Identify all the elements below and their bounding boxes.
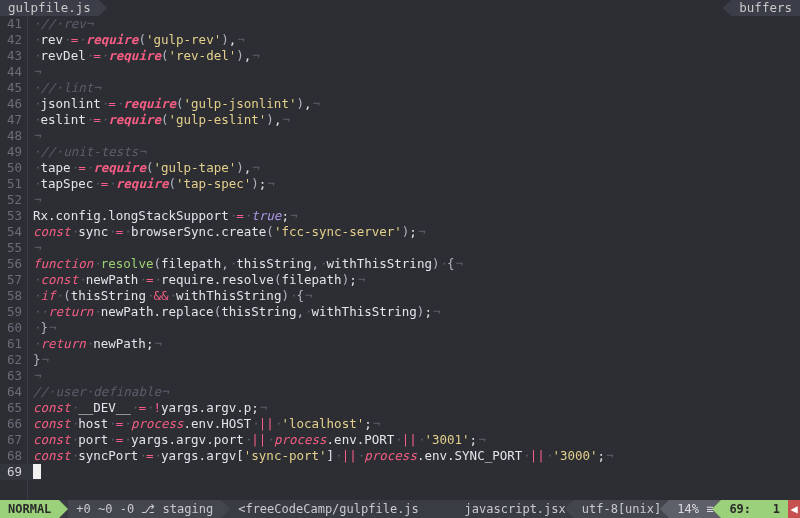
code-line[interactable]: 65const·__DEV__·=·!yargs.argv.p;¬ (0, 400, 800, 416)
code-line[interactable]: 57·const·newPath·=·require.resolve(filep… (0, 272, 800, 288)
line-content: ·rev·=·require('gulp-rev'),¬ (27, 32, 244, 48)
line-number: 51 (0, 176, 27, 192)
line-content: const·sync·=·browserSync.create('fcc-syn… (27, 224, 424, 240)
code-line[interactable]: 59··return·newPath.replace(thisString,·w… (0, 304, 800, 320)
line-number: 59 (0, 304, 27, 320)
code-line[interactable]: 42·rev·=·require('gulp-rev'),¬ (0, 32, 800, 48)
line-content: const·host·=·process.env.HOST·||·'localh… (27, 416, 379, 432)
lines-icon: ≡ (699, 501, 713, 517)
line-number: 48 (0, 128, 27, 144)
git-stats: +0 ~0 -0 (76, 501, 134, 517)
line-content: ·return·newPath;¬ (27, 336, 161, 352)
line-number: 69: (729, 501, 751, 517)
code-line[interactable]: 53Rx.config.longStackSupport·=·true;¬ (0, 208, 800, 224)
line-number: 49 (0, 144, 27, 160)
code-line[interactable]: 62}¬ (0, 352, 800, 368)
line-number: 65 (0, 400, 27, 416)
line-content: ·//·rev¬ (27, 16, 93, 32)
error-indicator[interactable]: ◀ (788, 500, 800, 518)
line-number: 41 (0, 16, 27, 32)
line-content: ·eslint·=·require('gulp-eslint'),¬ (27, 112, 289, 128)
line-number: 66 (0, 416, 27, 432)
tab-label: buffers (739, 0, 792, 16)
line-content: ·tape·=·require('gulp-tape'),¬ (27, 160, 259, 176)
code-line[interactable]: 47·eslint·=·require('gulp-eslint'),¬ (0, 112, 800, 128)
line-content: ·revDel·=·require('rev-del'),¬ (27, 48, 259, 64)
code-line[interactable]: 41·//·rev¬ (0, 16, 800, 32)
code-line[interactable]: 48¬ (0, 128, 800, 144)
line-number: 53 (0, 208, 27, 224)
line-number: 43 (0, 48, 27, 64)
code-line[interactable]: 69 (0, 464, 800, 480)
code-line[interactable]: 64//·user·definable¬ (0, 384, 800, 400)
code-line[interactable]: 54const·sync·=·browserSync.create('fcc-s… (0, 224, 800, 240)
line-number: 56 (0, 256, 27, 272)
line-number: 46 (0, 96, 27, 112)
position-segment: 69: 1 (721, 500, 788, 518)
line-number: 54 (0, 224, 27, 240)
tab-current-file[interactable]: gulpfile.js (0, 0, 99, 16)
line-content: const·syncPort·=·yargs.argv['sync-port']… (27, 448, 613, 464)
line-content: ¬ (27, 64, 41, 80)
encoding-segment: utf-8[unix] (574, 500, 669, 518)
status-spacer (427, 500, 457, 518)
line-content: ¬ (27, 240, 41, 256)
line-content: ·if·(thisString·&&·withThisString)·{¬ (27, 288, 312, 304)
code-area[interactable]: 41·//·rev¬42·rev·=·require('gulp-rev'),¬… (0, 16, 800, 500)
line-number: 45 (0, 80, 27, 96)
git-segment: +0 ~0 -0 ⎇ staging (68, 500, 221, 518)
line-number: 55 (0, 240, 27, 256)
line-number: 58 (0, 288, 27, 304)
line-number: 61 (0, 336, 27, 352)
line-number: 50 (0, 160, 27, 176)
line-content (27, 464, 41, 480)
line-number: 47 (0, 112, 27, 128)
code-line[interactable]: 66const·host·=·process.env.HOST·||·'loca… (0, 416, 800, 432)
code-line[interactable]: 50·tape·=·require('gulp-tape'),¬ (0, 160, 800, 176)
line-content: ¬ (27, 368, 41, 384)
line-number: 42 (0, 32, 27, 48)
code-line[interactable]: 58·if·(thisString·&&·withThisString)·{¬ (0, 288, 800, 304)
line-content: //·user·definable¬ (27, 384, 169, 400)
line-content: const·__DEV__·=·!yargs.argv.p;¬ (27, 400, 266, 416)
line-content: ··return·newPath.replace(thisString,·wit… (27, 304, 439, 320)
line-content: ·jsonlint·=·require('gulp-jsonlint'),¬ (27, 96, 319, 112)
line-content: ·//·lint¬ (27, 80, 101, 96)
code-line[interactable]: 44¬ (0, 64, 800, 80)
branch-icon: ⎇ (134, 501, 162, 517)
line-number: 60 (0, 320, 27, 336)
code-line[interactable]: 46·jsonlint·=·require('gulp-jsonlint'),¬ (0, 96, 800, 112)
git-branch: staging (163, 501, 214, 517)
line-content: ·const·newPath·=·require.resolve(filepat… (27, 272, 364, 288)
encoding: utf-8[unix] (582, 501, 661, 517)
line-content: ·//·unit-tests¬ (27, 144, 146, 160)
line-content: ·}¬ (27, 320, 56, 336)
code-line[interactable]: 68const·syncPort·=·yargs.argv['sync-port… (0, 448, 800, 464)
mode-indicator: NORMAL (0, 500, 59, 518)
code-line[interactable]: 67const·port·=·yargs.argv.port·||·proces… (0, 432, 800, 448)
line-number: 69 (0, 464, 27, 480)
code-line[interactable]: 52¬ (0, 192, 800, 208)
line-content: Rx.config.longStackSupport·=·true;¬ (27, 208, 296, 224)
code-line[interactable]: 51·tapSpec·=·require('tap-spec');¬ (0, 176, 800, 192)
code-line[interactable]: 45·//·lint¬ (0, 80, 800, 96)
tab-buffers[interactable]: buffers (731, 0, 800, 16)
mode-text: NORMAL (8, 501, 51, 517)
code-line[interactable]: 63¬ (0, 368, 800, 384)
code-line[interactable]: 61·return·newPath;¬ (0, 336, 800, 352)
code-line[interactable]: 60·}¬ (0, 320, 800, 336)
file-path: <freeCodeCamp/gulpfile.js (238, 501, 419, 517)
code-line[interactable]: 49·//·unit-tests¬ (0, 144, 800, 160)
file-path-segment: <freeCodeCamp/gulpfile.js (230, 500, 427, 518)
code-line[interactable]: 55¬ (0, 240, 800, 256)
line-number: 44 (0, 64, 27, 80)
line-content: const·port·=·yargs.argv.port·||·process.… (27, 432, 485, 448)
line-number: 68 (0, 448, 27, 464)
code-line[interactable]: 43·revDel·=·require('rev-del'),¬ (0, 48, 800, 64)
code-line[interactable]: 56function·resolve(filepath,·thisString,… (0, 256, 800, 272)
editor-window: gulpfile.js buffers 41·//·rev¬42·rev·=·r… (0, 0, 800, 518)
tab-label: gulpfile.js (8, 0, 91, 16)
statusline: NORMAL +0 ~0 -0 ⎇ staging <freeCodeCamp/… (0, 500, 800, 518)
filetype: javascript.jsx (465, 501, 566, 517)
line-content: ¬ (27, 128, 41, 144)
